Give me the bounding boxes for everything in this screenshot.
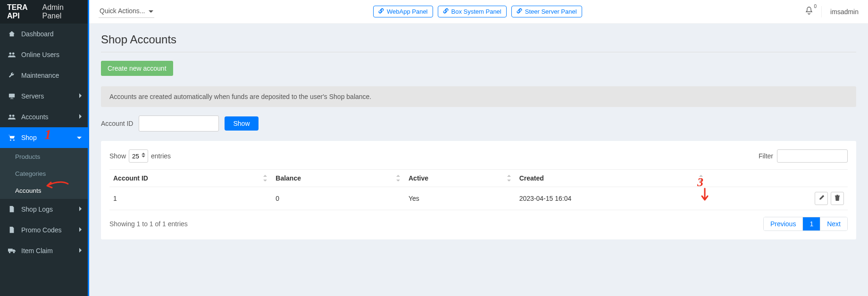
show-entries-pre: Show bbox=[109, 152, 126, 160]
page-number[interactable]: 1 bbox=[802, 217, 820, 230]
box-system-panel-button[interactable]: Box System Panel bbox=[438, 6, 507, 17]
col-actions bbox=[708, 170, 848, 187]
sidebar-item-label: Shop Logs bbox=[21, 206, 78, 213]
sidebar-item-label: Servers bbox=[21, 92, 78, 100]
page-size-select[interactable]: 25 bbox=[129, 149, 148, 163]
sidebar-item-maintenance[interactable]: Maintenance bbox=[0, 65, 89, 86]
account-id-input[interactable] bbox=[139, 115, 219, 132]
sidebar-sub-categories[interactable]: Categories bbox=[0, 165, 89, 182]
users-icon bbox=[7, 114, 17, 120]
sidebar-item-label: Maintenance bbox=[21, 72, 82, 79]
chevron-down-icon bbox=[149, 7, 153, 15]
pagination: Previous 1 Next bbox=[763, 217, 848, 231]
col-active[interactable]: Active bbox=[405, 170, 516, 187]
account-id-label: Account ID bbox=[101, 120, 133, 127]
button-label: WebApp Panel bbox=[387, 8, 428, 15]
page-next[interactable]: Next bbox=[820, 217, 847, 230]
sidebar-item-label: Promo Codes bbox=[21, 226, 78, 234]
users-icon bbox=[7, 51, 17, 58]
notifications-button[interactable]: 0 bbox=[805, 7, 813, 16]
svg-point-8 bbox=[13, 140, 15, 141]
cell-balance: 0 bbox=[272, 187, 405, 210]
sort-icon bbox=[263, 175, 268, 181]
button-label: Box System Panel bbox=[451, 8, 501, 15]
show-entries-post: entries bbox=[151, 152, 171, 160]
chevron-down-icon bbox=[76, 134, 82, 141]
cell-active: Yes bbox=[405, 187, 516, 210]
button-label: Steer Server Panel bbox=[525, 8, 577, 15]
sidebar-item-shop[interactable]: Shop bbox=[0, 127, 89, 148]
sidebar-item-dashboard[interactable]: Dashboard bbox=[0, 24, 89, 44]
svg-point-7 bbox=[10, 140, 11, 141]
info-banner: Accounts are created automatically when … bbox=[101, 86, 856, 107]
sort-icon bbox=[507, 175, 512, 181]
chevron-right-icon bbox=[78, 206, 82, 213]
file-icon bbox=[7, 227, 17, 233]
steer-server-panel-button[interactable]: Steer Server Panel bbox=[511, 6, 582, 17]
table-row: 1 0 Yes 2023-04-15 16:04 bbox=[109, 187, 848, 210]
user-menu[interactable]: imsadmin bbox=[830, 8, 859, 16]
col-created[interactable]: Created bbox=[516, 170, 708, 187]
page-previous[interactable]: Previous bbox=[764, 217, 802, 230]
link-icon bbox=[378, 8, 384, 15]
svg-point-10 bbox=[9, 252, 11, 254]
svg-rect-3 bbox=[11, 98, 13, 99]
pencil-icon bbox=[818, 195, 825, 202]
sidebar-item-label: Shop bbox=[21, 134, 76, 141]
file-icon bbox=[7, 206, 17, 213]
notification-count: 0 bbox=[814, 4, 817, 9]
col-balance[interactable]: Balance bbox=[272, 170, 405, 187]
sidebar-sub-products[interactable]: Products bbox=[0, 148, 89, 165]
sidebar-sub-label: Products bbox=[15, 153, 40, 160]
top-links: WebApp Panel Box System Panel Steer Serv… bbox=[373, 6, 582, 17]
delete-button[interactable] bbox=[831, 192, 844, 205]
sidebar-item-label: Dashboard bbox=[21, 30, 82, 38]
create-new-account-button[interactable]: Create new account bbox=[101, 61, 173, 76]
show-button[interactable]: Show bbox=[225, 116, 258, 131]
sort-icon bbox=[396, 175, 401, 181]
edit-button[interactable] bbox=[815, 192, 828, 205]
svg-rect-9 bbox=[8, 249, 13, 252]
topbar: Quick Actions... WebApp Panel Box System… bbox=[89, 0, 868, 24]
truck-icon bbox=[7, 247, 17, 254]
svg-point-0 bbox=[9, 52, 11, 55]
sidebar-sub-label: Accounts bbox=[15, 187, 42, 194]
chevron-right-icon bbox=[78, 92, 82, 100]
svg-point-5 bbox=[9, 115, 11, 117]
chevron-right-icon bbox=[78, 247, 82, 255]
cell-created: 2023-04-15 16:04 bbox=[516, 187, 708, 210]
link-icon bbox=[517, 8, 522, 15]
col-account-id[interactable]: Account ID bbox=[109, 170, 272, 187]
sidebar-sub-accounts[interactable]: Accounts bbox=[0, 182, 89, 199]
sidebar-item-item-claim[interactable]: Item Claim bbox=[0, 240, 89, 261]
cell-account-id: 1 bbox=[109, 187, 272, 210]
chevron-right-icon bbox=[78, 226, 82, 234]
sidebar-item-promo-codes[interactable]: Promo Codes bbox=[0, 220, 89, 240]
sidebar-item-online-users[interactable]: Online Users bbox=[0, 44, 89, 65]
showing-info: Showing 1 to 1 of 1 entries bbox=[109, 220, 188, 228]
username-label: imsadmin bbox=[830, 8, 859, 16]
sidebar: TERA API Admin Panel Dashboard Online Us… bbox=[0, 0, 89, 296]
sidebar-item-label: Item Claim bbox=[21, 247, 78, 255]
link-icon bbox=[443, 8, 449, 15]
webapp-panel-button[interactable]: WebApp Panel bbox=[373, 6, 433, 17]
filter-label: Filter bbox=[759, 152, 773, 160]
chevron-right-icon bbox=[78, 113, 82, 121]
filter-input[interactable] bbox=[777, 149, 848, 163]
wrench-icon bbox=[7, 72, 17, 79]
title-divider bbox=[101, 52, 856, 52]
trash-icon bbox=[835, 195, 840, 203]
sidebar-item-accounts[interactable]: Accounts bbox=[0, 107, 89, 127]
sidebar-item-servers[interactable]: Servers bbox=[0, 86, 89, 107]
sort-icon bbox=[699, 175, 704, 181]
brand[interactable]: TERA API Admin Panel bbox=[0, 0, 89, 24]
svg-point-11 bbox=[13, 252, 15, 254]
svg-rect-2 bbox=[9, 94, 15, 98]
svg-point-1 bbox=[12, 52, 15, 55]
page-title: Shop Accounts bbox=[101, 33, 856, 46]
quick-actions-dropdown[interactable]: Quick Actions... bbox=[99, 5, 154, 18]
button-label: Show bbox=[233, 120, 250, 127]
sidebar-item-shop-logs[interactable]: Shop Logs bbox=[0, 199, 89, 220]
sidebar-sub-label: Categories bbox=[15, 170, 46, 177]
svg-point-6 bbox=[12, 115, 15, 117]
